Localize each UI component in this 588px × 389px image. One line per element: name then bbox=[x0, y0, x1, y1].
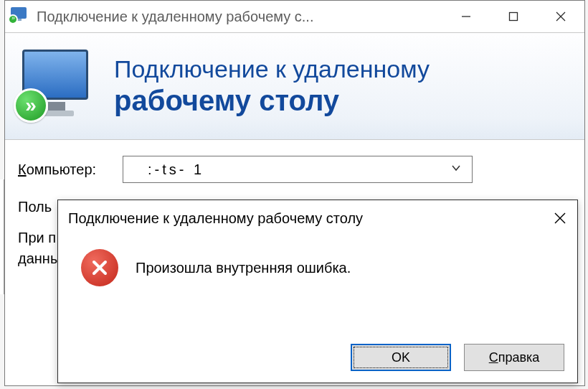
ok-button[interactable]: OK bbox=[351, 344, 451, 371]
app-icon bbox=[11, 7, 29, 26]
chevron-down-icon[interactable] bbox=[450, 162, 462, 177]
dialog-title-text: Подключение к удаленному рабочему столу bbox=[68, 210, 363, 227]
banner-text: Подключение к удаленному рабочему столу bbox=[114, 55, 430, 116]
rdp-badge-icon: » bbox=[14, 88, 48, 123]
rdp-logo-icon: » bbox=[18, 47, 97, 126]
computer-value: :-ts- 1 bbox=[148, 161, 204, 178]
svg-rect-1 bbox=[510, 13, 518, 21]
error-icon bbox=[81, 249, 118, 286]
dialog-message: Произошла внутренняя ошибка. bbox=[136, 260, 351, 276]
computer-row: Компьютер: :-ts- 1 bbox=[18, 156, 572, 183]
dialog-titlebar[interactable]: Подключение к удаленному рабочему столу bbox=[58, 200, 577, 236]
close-button[interactable] bbox=[537, 1, 584, 32]
window-title: Подключение к удаленному рабочему с... bbox=[37, 9, 442, 25]
banner-line2: рабочему столу bbox=[114, 84, 430, 117]
error-dialog: Подключение к удаленному рабочему столу … bbox=[57, 200, 578, 383]
dialog-close-button[interactable] bbox=[543, 200, 577, 236]
titlebar[interactable]: Подключение к удаленному рабочему с... bbox=[5, 1, 584, 32]
minimize-button[interactable] bbox=[442, 1, 490, 32]
dialog-buttons: OK Справка bbox=[351, 344, 564, 371]
computer-label: Компьютер: bbox=[18, 161, 110, 178]
dialog-body: Произошла внутренняя ошибка. bbox=[58, 236, 577, 305]
banner: » Подключение к удаленному рабочему стол… bbox=[5, 32, 584, 140]
window-controls bbox=[442, 1, 584, 32]
banner-line1: Подключение к удаленному bbox=[114, 55, 430, 83]
help-button[interactable]: Справка bbox=[464, 344, 564, 371]
maximize-button[interactable] bbox=[490, 1, 537, 32]
computer-combobox[interactable]: :-ts- 1 bbox=[123, 156, 473, 183]
